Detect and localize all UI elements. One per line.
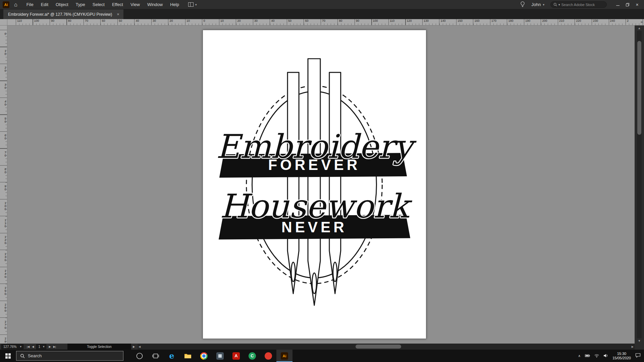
vertical-ruler[interactable]: 0102030405060708090100110120130140150160…	[0, 25, 7, 344]
network-icon[interactable]	[594, 353, 599, 359]
ruler-label: 50	[118, 19, 135, 23]
discover-lightbulb-icon[interactable]	[520, 1, 525, 8]
menu-item[interactable]: View	[127, 0, 144, 9]
taskbar-clock[interactable]: 15:30 15/05/2020	[612, 352, 631, 360]
folder-icon	[184, 353, 192, 359]
first-artboard-button[interactable]: |◀	[27, 345, 30, 348]
battery-icon[interactable]	[585, 353, 590, 359]
next-artboard-button[interactable]: ▶	[49, 345, 51, 348]
close-button[interactable]: ×	[632, 0, 642, 9]
minimize-button[interactable]	[613, 0, 623, 9]
restore-button[interactable]	[623, 0, 632, 9]
scroll-right-arrow[interactable]: ▶	[632, 345, 634, 348]
scroll-down-arrow[interactable]: ▼	[638, 338, 641, 344]
ruler-label: 20	[169, 19, 186, 23]
tab-close-icon[interactable]: ×	[117, 12, 119, 17]
workspace-switcher[interactable]: ▾	[188, 2, 197, 7]
green-c-app-button[interactable]: C	[244, 350, 260, 362]
ruler-label: 140	[2, 269, 7, 286]
tray-expand-chevron-icon[interactable]: ∧	[578, 354, 581, 358]
last-artboard-button[interactable]: ▶|	[53, 345, 56, 348]
menu-bar: Ai ⌂ FileEditObjectTypeSelectEffectViewW…	[0, 0, 644, 9]
scroll-up-arrow[interactable]: ▲	[638, 25, 641, 31]
cortana-button[interactable]	[131, 350, 148, 362]
zoom-level-select[interactable]: 127.76% ▾	[1, 344, 23, 349]
vertical-scroll-track[interactable]	[637, 31, 642, 338]
vertical-scroll-thumb[interactable]	[637, 41, 641, 135]
horizontal-scrollbar[interactable]: ◀ ▶	[138, 344, 635, 350]
ruler-label: 130	[423, 19, 440, 23]
edge-icon: e	[169, 351, 174, 361]
ruler-origin-corner[interactable]	[0, 19, 7, 25]
ruler-label: 120	[406, 19, 423, 23]
embroidery-logo-artwork[interactable]: Embroidery FOREVER Housework NEVER	[203, 30, 426, 339]
restore-icon	[626, 3, 630, 7]
collapse-panels-icon[interactable]: «	[641, 20, 643, 24]
menu-item[interactable]: Edit	[37, 0, 52, 9]
stock-search-input[interactable]	[561, 3, 604, 7]
needle-right	[329, 72, 341, 294]
illustrator-app-icon[interactable]: Ai	[3, 1, 9, 8]
ruler-label: 90	[50, 19, 67, 23]
horizontal-ruler-labels: 1101009080706050403020100102030405060708…	[7, 19, 644, 23]
needle-center	[308, 59, 320, 305]
menu-item[interactable]: Help	[166, 0, 183, 9]
chevron-down-icon: ▾	[43, 345, 45, 348]
horizontal-scroll-thumb[interactable]	[356, 345, 401, 349]
minimize-icon	[616, 3, 620, 6]
document-tab-title: Embroidery Forever.ai* @ 127.76% (CMYK/G…	[8, 12, 112, 17]
acrobat-button[interactable]: A	[228, 350, 244, 362]
scroll-left-arrow[interactable]: ◀	[139, 345, 141, 348]
menu-item[interactable]: Object	[52, 0, 72, 9]
ruler-label: 150	[457, 19, 474, 23]
chevron-down-icon: ▾	[543, 3, 544, 6]
taskbar-search-box[interactable]	[16, 351, 123, 361]
artboard-number-select[interactable]: 1 ▾	[36, 344, 46, 349]
status-bar: 127.76% ▾ |◀ ◀ 1 ▾ ▶ ▶| Toggle Selection…	[0, 344, 644, 350]
status-display-text: Toggle Selection	[87, 345, 111, 349]
illustrator-icon: Ai	[281, 352, 288, 360]
ruler-label: 100	[2, 201, 7, 219]
user-menu[interactable]: John ▾	[531, 2, 544, 7]
artboard[interactable]: Embroidery FOREVER Housework NEVER	[203, 30, 426, 339]
volume-icon[interactable]	[603, 353, 608, 359]
ruler-label: 0	[203, 19, 220, 23]
ruler-label: 40	[135, 19, 152, 23]
vertical-scrollbar[interactable]: ▲ ▼	[635, 25, 644, 344]
adobe-stock-search[interactable]: ▾	[550, 1, 607, 8]
home-icon[interactable]: ⌂	[14, 2, 17, 8]
canvas-pasteboard[interactable]: Embroidery FOREVER Housework NEVER	[7, 25, 635, 344]
taskbar-search-input[interactable]	[28, 353, 119, 358]
start-button[interactable]	[0, 350, 16, 362]
edge-button[interactable]: e	[164, 350, 180, 362]
previous-artboard-button[interactable]: ◀	[32, 345, 34, 348]
ruler-label: 80	[338, 19, 356, 23]
app-menus: FileEditObjectTypeSelectEffectViewWindow…	[23, 0, 183, 9]
app-button[interactable]	[212, 350, 228, 362]
red-circle-app-button[interactable]	[260, 350, 276, 362]
action-center-icon[interactable]	[635, 353, 641, 359]
vertical-ruler-labels: 0102030405060708090100110120130140150160…	[0, 25, 7, 344]
menu-item[interactable]: Type	[72, 0, 89, 9]
ruler-label: 30	[152, 19, 169, 23]
ruler-label: 30	[254, 19, 271, 23]
menu-item[interactable]: Window	[144, 0, 166, 9]
status-menu-arrow[interactable]: ▶	[133, 345, 135, 348]
ruler-label: 140	[440, 19, 457, 23]
task-view-button[interactable]	[148, 350, 164, 362]
ruler-label: 60	[101, 19, 118, 23]
ruler-label: 180	[2, 337, 7, 344]
ruler-label: 80	[2, 168, 7, 185]
menu-item[interactable]: File	[23, 0, 37, 9]
user-name: John	[531, 2, 541, 7]
horizontal-ruler[interactable]: 1101009080706050403020100102030405060708…	[7, 19, 644, 25]
chevron-down-icon: ▾	[195, 3, 197, 6]
chrome-icon	[200, 352, 208, 360]
chrome-button[interactable]	[196, 350, 212, 362]
ruler-label: 60	[2, 134, 7, 151]
file-explorer-button[interactable]	[180, 350, 196, 362]
document-tab[interactable]: Embroidery Forever.ai* @ 127.76% (CMYK/G…	[3, 9, 123, 19]
illustrator-taskbar-button[interactable]: Ai	[276, 350, 292, 362]
menu-item[interactable]: Select	[89, 0, 108, 9]
menu-item[interactable]: Effect	[108, 0, 127, 9]
